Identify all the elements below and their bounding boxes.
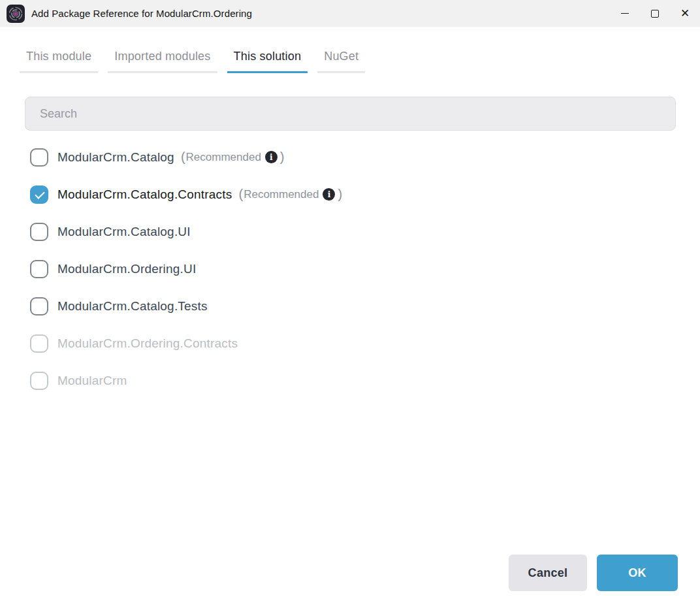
tab-imported-modules[interactable]: Imported modules <box>108 50 217 73</box>
window-controls: ✕ <box>610 0 700 27</box>
minimize-button[interactable] <box>610 0 640 27</box>
search-container <box>25 97 676 131</box>
package-checkbox[interactable] <box>30 372 48 390</box>
package-checkbox[interactable] <box>30 334 48 353</box>
package-row[interactable]: ModularCrm.Catalog.Tests (i) <box>30 287 700 325</box>
package-name: ModularCrm.Catalog.Contracts <box>57 187 232 202</box>
ok-button[interactable]: OK <box>597 555 678 591</box>
package-name: ModularCrm.Ordering.UI <box>57 262 196 276</box>
maximize-icon <box>651 10 659 18</box>
package-checkbox[interactable] <box>30 223 48 241</box>
recommended-label: Recommended <box>186 151 261 164</box>
recommended-note: (Recommendedi) <box>238 187 342 202</box>
app-icon <box>7 5 25 23</box>
tab-this-solution[interactable]: This solution <box>227 50 308 73</box>
package-row[interactable]: ModularCrm.Catalog.UI (i) <box>30 213 700 250</box>
dialog-footer: Cancel OK <box>509 555 678 591</box>
package-checkbox[interactable] <box>30 148 48 167</box>
package-name: ModularCrm.Ordering.Contracts <box>57 336 238 351</box>
tab-this-module[interactable]: This module <box>20 50 98 73</box>
window-title: Add Package Reference for ModularCrm.Ord… <box>31 8 252 19</box>
add-package-reference-dialog: Add Package Reference for ModularCrm.Ord… <box>0 0 700 614</box>
search-input[interactable] <box>25 97 676 131</box>
minimize-icon <box>621 13 629 14</box>
tab-bar: This module Imported modules This soluti… <box>20 50 700 73</box>
close-icon: ✕ <box>680 8 690 19</box>
close-button[interactable]: ✕ <box>670 0 700 27</box>
package-checkbox[interactable] <box>30 297 48 315</box>
cancel-button[interactable]: Cancel <box>509 555 587 591</box>
package-name: ModularCrm.Catalog.UI <box>57 225 191 239</box>
recommended-note: (Recommendedi) <box>181 150 285 165</box>
tab-label: NuGet <box>324 50 358 63</box>
maximize-button[interactable] <box>640 0 670 27</box>
recommended-label: Recommended <box>244 188 319 201</box>
tab-label: Imported modules <box>114 50 210 63</box>
tab-nuget[interactable]: NuGet <box>317 50 365 73</box>
tab-label: This solution <box>234 50 302 63</box>
package-checkbox[interactable] <box>30 186 48 204</box>
package-row: ModularCrm.Ordering.Contracts (i) <box>30 325 700 362</box>
info-icon[interactable]: i <box>323 188 335 201</box>
package-name: ModularCrm.Catalog.Tests <box>57 299 208 314</box>
package-row[interactable]: ModularCrm.Ordering.UI (i) <box>30 250 700 287</box>
package-row: ModularCrm (i) <box>30 362 700 399</box>
package-name: ModularCrm <box>57 374 127 388</box>
tab-label: This module <box>26 50 91 63</box>
titlebar: Add Package Reference for ModularCrm.Ord… <box>0 0 700 27</box>
package-list: ModularCrm.Catalog (Recommendedi) Modula… <box>30 138 700 399</box>
package-checkbox[interactable] <box>30 260 48 278</box>
info-icon[interactable]: i <box>265 151 278 163</box>
package-row[interactable]: ModularCrm.Catalog (Recommendedi) <box>30 138 700 176</box>
package-name: ModularCrm.Catalog <box>57 150 174 165</box>
package-row[interactable]: ModularCrm.Catalog.Contracts (Recommende… <box>30 176 700 213</box>
